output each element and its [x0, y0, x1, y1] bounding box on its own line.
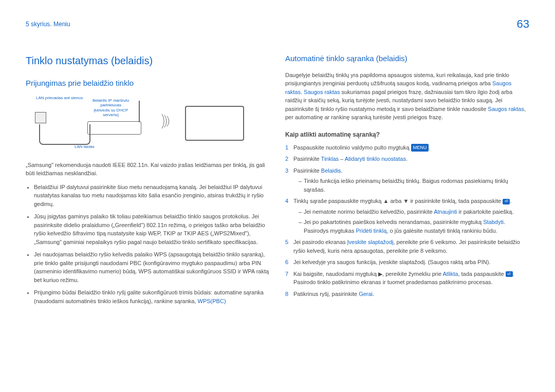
step-1: 1 Paspauskite nuotolinio valdymo pulto m… [285, 143, 529, 152]
network-diagram: LAN prievadas ant sienos Belaidis IP mar… [26, 96, 270, 155]
step-4: 4 Tinklų sąraše paspauskite mygtuką ▲ ar… [285, 197, 529, 235]
step-8: 8 Patikrinus ryšį, pasirinkite Gerai. [285, 290, 529, 298]
link-wpspbc: WPS(PBC) [198, 298, 226, 304]
section-title: Tinklo nustatymas (belaidis) [26, 53, 270, 68]
step-7: 7 Kai baigsite, naudodami mygtuką ▶, per… [285, 270, 529, 287]
label-lan-cable: LAN laidas [75, 144, 95, 150]
bullet-list: Belaidžiui IP dalytuvui pasirinkite šiuo… [26, 183, 270, 306]
bullet-item: Jūsų įsigytas gaminys palaiko tik toliau… [34, 212, 270, 246]
breadcrumb: 5 skyrius. Meniu [26, 20, 70, 29]
monitor-icon [185, 106, 244, 141]
wifi-waves-icon [159, 111, 180, 134]
step-4-note-a: Jei nematote norimo belaidžio kelvedžio,… [299, 208, 529, 216]
subsection-title-auto: Automatinė tinklo sąranka (belaidis) [285, 53, 529, 65]
step-2: 2 Pasirinkite Tinklas – Atidaryti tinklo… [285, 155, 529, 163]
enter-key-icon: ⏎ [506, 271, 513, 277]
router-icon [87, 121, 141, 135]
label-lan-port: LAN prievadas ant sienos [36, 96, 83, 101]
wall-port-icon [35, 112, 46, 123]
step-6: 6 Jei kelvedyje yra saugos funkcija, įve… [285, 258, 529, 267]
enter-key-icon: ⏎ [503, 199, 510, 204]
label-router: Belaidis IP maršruto parinktuvas (kelved… [92, 98, 129, 118]
para-recommendation: „Samsung" rekomenduoja naudoti IEEE 802.… [26, 161, 270, 178]
para-security: Daugelyje belaidžių tinklų yra papildoma… [285, 71, 529, 122]
antenna-icon [139, 101, 140, 122]
bullet-item: Belaidžiui IP dalytuvui pasirinkite šiuo… [34, 183, 270, 209]
step-3-note: Tinklo funkcija ieško prieinamų belaidži… [299, 177, 529, 194]
menu-button-icon: MENU [411, 144, 429, 152]
step-5: 5 Jei pasirodo ekranas Įveskite slaptažo… [285, 238, 529, 255]
subsection-title: Prijungimas prie belaidžio tinklo [26, 78, 270, 89]
steps-list: 1 Paspauskite nuotolinio valdymo pulto m… [285, 143, 529, 298]
page-number: 63 [517, 15, 529, 32]
bullet-item: Prijungimo būdai Belaidžio tinklo ryšį g… [34, 288, 270, 305]
step-3: 3 Pasirinkite Belaidis. Tinklo funkcija … [285, 166, 529, 194]
step-4-note-b: Jei po pakartotinės paieškos kelvedis ne… [299, 218, 529, 235]
bullet-item: Jei naudojamas belaidžio ryšio kelvedis … [34, 250, 270, 284]
cable-icon [39, 124, 90, 145]
howto-heading: Kaip atlikti automatinę sąranką? [285, 130, 529, 139]
